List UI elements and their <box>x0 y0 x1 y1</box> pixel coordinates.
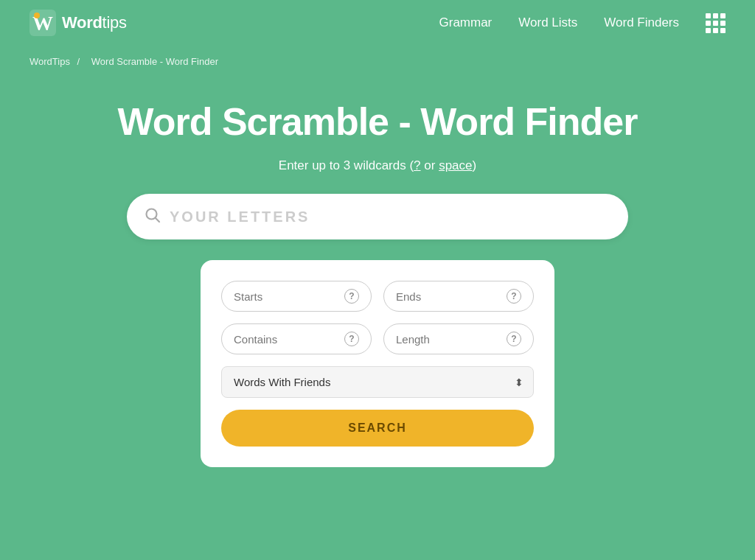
dictionary-select-wrap[interactable]: Words With Friends Scrabble US Scrabble … <box>221 366 534 398</box>
logo[interactable]: W Wordtips <box>29 10 127 36</box>
starts-field-wrap[interactable]: ? <box>221 281 372 312</box>
filter-row-1: ? ? <box>221 281 534 312</box>
breadcrumb: WordTips / Word Scramble - Word Finder <box>0 46 755 77</box>
search-bar <box>127 194 628 239</box>
search-input[interactable] <box>170 209 610 225</box>
length-help-icon[interactable]: ? <box>507 332 521 346</box>
ends-input[interactable] <box>396 290 507 303</box>
logo-text: Wordtips <box>62 13 127 32</box>
ends-field-wrap[interactable]: ? <box>383 281 534 312</box>
search-button[interactable]: SEARCH <box>221 410 534 447</box>
nav-word-lists[interactable]: Word Lists <box>518 15 577 30</box>
length-field-wrap[interactable]: ? <box>383 323 534 354</box>
apps-grid-icon[interactable] <box>706 13 726 33</box>
starts-input[interactable] <box>234 290 344 303</box>
search-icon <box>145 207 161 227</box>
contains-help-icon[interactable]: ? <box>344 332 359 346</box>
svg-line-4 <box>156 217 160 222</box>
breadcrumb-separator: / <box>77 56 80 67</box>
main-content: Word Scramble - Word Finder Enter up to … <box>0 77 755 467</box>
filter-card: ? ? ? ? Words With Friends Scrabble US <box>201 260 554 467</box>
contains-field-wrap[interactable]: ? <box>221 323 372 354</box>
breadcrumb-current: Word Scramble - Word Finder <box>91 56 218 67</box>
contains-input[interactable] <box>234 333 344 346</box>
nav-grammar[interactable]: Grammar <box>439 15 493 30</box>
svg-point-2 <box>34 13 40 18</box>
ends-help-icon[interactable]: ? <box>507 289 521 304</box>
wildcard-space: space <box>439 158 472 172</box>
subtitle: Enter up to 3 wildcards (? or space) <box>279 158 476 173</box>
nav-word-finders[interactable]: Word Finders <box>604 15 679 30</box>
filter-row-2: ? ? <box>221 323 534 354</box>
length-input[interactable] <box>396 333 507 346</box>
breadcrumb-home[interactable]: WordTips <box>29 56 70 67</box>
dictionary-select[interactable]: Words With Friends Scrabble US Scrabble … <box>221 366 534 398</box>
header: W Wordtips Grammar Word Lists Word Finde… <box>0 0 755 46</box>
main-nav: Grammar Word Lists Word Finders <box>439 13 726 33</box>
wildcard-q: ? <box>414 158 420 172</box>
logo-icon: W <box>29 10 56 36</box>
page-title: Word Scramble - Word Finder <box>118 99 638 144</box>
starts-help-icon[interactable]: ? <box>344 289 359 304</box>
